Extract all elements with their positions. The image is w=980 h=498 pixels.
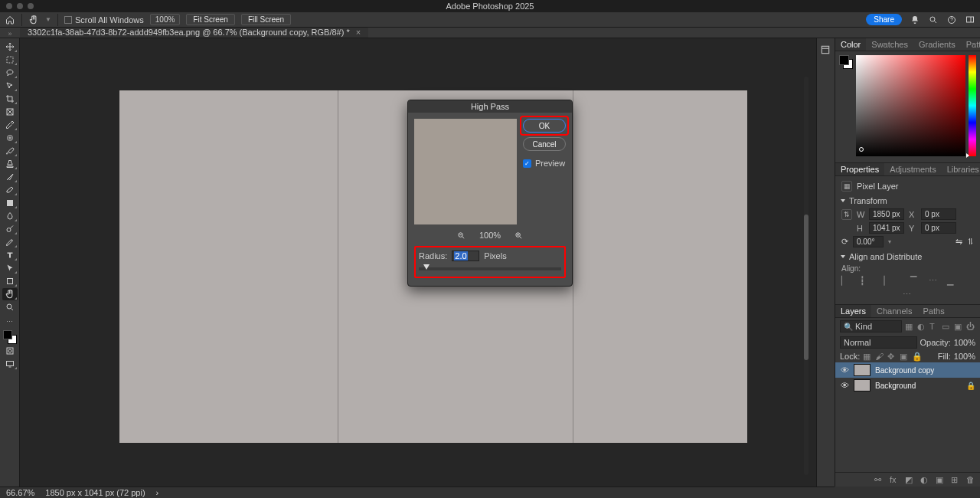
frame-tool[interactable]: [2, 106, 18, 118]
adjustment-layer-icon[interactable]: ◐: [920, 475, 929, 484]
y-field[interactable]: 0 px: [921, 222, 956, 234]
group-icon[interactable]: ▣: [936, 475, 945, 484]
window-controls[interactable]: [6, 3, 34, 9]
align-bottom-icon[interactable]: ▁: [947, 276, 958, 287]
lock-all-icon[interactable]: 🔒: [912, 352, 921, 361]
filter-smart-icon[interactable]: ▣: [954, 322, 963, 331]
notifications-icon[interactable]: [910, 15, 920, 25]
shape-tool[interactable]: [2, 275, 18, 287]
align-top-icon[interactable]: ▔: [910, 276, 921, 287]
lock-nest-icon[interactable]: ▣: [900, 352, 909, 361]
align-left-icon[interactable]: ▏: [841, 276, 852, 287]
eraser-tool[interactable]: [2, 184, 18, 196]
screen-mode-icon[interactable]: [2, 358, 18, 370]
brush-tool[interactable]: [2, 145, 18, 157]
hand-tool[interactable]: [2, 288, 18, 300]
filter-toggle-icon[interactable]: ⏻: [966, 322, 975, 331]
layer-thumbnail[interactable]: [854, 379, 871, 392]
zoom-tool[interactable]: [2, 301, 18, 313]
height-field[interactable]: 1041 px: [869, 222, 904, 234]
flip-v-icon[interactable]: ⥮: [967, 237, 974, 247]
tab-layers[interactable]: Layers: [835, 305, 871, 317]
move-tool[interactable]: [2, 41, 18, 53]
tab-properties[interactable]: Properties: [835, 163, 884, 175]
lock-pos-icon[interactable]: ✥: [887, 352, 897, 361]
history-brush-tool[interactable]: [2, 171, 18, 183]
new-layer-icon[interactable]: ⊞: [951, 475, 960, 484]
blend-mode-select[interactable]: Normal: [840, 336, 917, 349]
fill-value[interactable]: 100%: [954, 352, 975, 361]
foreground-background-swatch[interactable]: [3, 330, 17, 344]
edit-toolbar[interactable]: ⋯: [2, 316, 18, 328]
layer-thumbnail[interactable]: [854, 364, 871, 376]
path-select-tool[interactable]: [2, 262, 18, 274]
fit-screen-button[interactable]: Fit Screen: [186, 14, 235, 25]
quick-mask-icon[interactable]: [2, 345, 18, 357]
filter-shape-icon[interactable]: ▭: [942, 322, 951, 331]
tab-color[interactable]: Color: [835, 38, 866, 51]
layer-name[interactable]: Background: [875, 382, 916, 390]
status-dims[interactable]: 1850 px x 1041 px (72 ppi): [45, 488, 145, 497]
fill-screen-button[interactable]: Fill Screen: [241, 14, 291, 25]
hand-tool-icon[interactable]: [28, 15, 39, 25]
align-section[interactable]: Align and Distribute: [841, 252, 974, 261]
layer-item[interactable]: 👁 Background 🔒: [835, 378, 980, 393]
type-tool[interactable]: [2, 249, 18, 261]
dialog-preview[interactable]: [414, 119, 517, 224]
lock-trans-icon[interactable]: ▦: [863, 352, 872, 361]
width-field[interactable]: 1850 px: [869, 208, 904, 220]
search-icon[interactable]: [928, 15, 939, 25]
blur-tool[interactable]: [2, 210, 18, 222]
vertical-scrollbar[interactable]: [804, 77, 808, 475]
tab-patterns[interactable]: Patterns: [961, 38, 980, 51]
hue-slider[interactable]: [969, 55, 976, 156]
opacity-value[interactable]: 100%: [954, 338, 975, 347]
align-right-icon[interactable]: ▕: [878, 276, 889, 287]
radius-input[interactable]: 2.0: [452, 251, 479, 261]
document-tab[interactable]: 3302c1fa-38ab-47d3-8b72-addd949fb3ea.png…: [20, 27, 368, 38]
close-window-icon[interactable]: [6, 3, 12, 9]
filter-adjust-icon[interactable]: ◐: [917, 322, 926, 331]
align-hcenter-icon[interactable]: ┇: [860, 276, 871, 287]
layer-fx-icon[interactable]: fx: [890, 475, 899, 484]
history-panel-icon[interactable]: [820, 44, 832, 57]
tab-adjustments[interactable]: Adjustments: [884, 163, 942, 175]
quick-select-tool[interactable]: [2, 80, 18, 92]
home-icon[interactable]: [5, 15, 15, 25]
help-icon[interactable]: [946, 15, 957, 25]
status-zoom[interactable]: 66.67%: [6, 488, 34, 497]
lock-paint-icon[interactable]: 🖌: [875, 352, 884, 361]
link-wh-icon[interactable]: ⇅: [841, 209, 852, 220]
preview-checkbox[interactable]: ✓Preview: [523, 159, 566, 168]
zoom-out-icon[interactable]: [457, 231, 466, 240]
visibility-icon[interactable]: 👁: [840, 381, 849, 390]
maximize-window-icon[interactable]: [28, 3, 34, 9]
tab-swatches[interactable]: Swatches: [866, 38, 913, 51]
radius-slider[interactable]: [419, 267, 561, 270]
color-field[interactable]: [856, 55, 965, 156]
color-swatch-icon[interactable]: [839, 55, 853, 69]
delete-layer-icon[interactable]: 🗑: [966, 475, 975, 484]
marquee-tool[interactable]: [2, 54, 18, 66]
filter-type-icon[interactable]: T: [929, 322, 939, 331]
angle-field[interactable]: 0.00°: [853, 236, 884, 247]
cancel-button[interactable]: Cancel: [523, 137, 566, 151]
align-vcenter-icon[interactable]: ⋯: [929, 276, 939, 287]
flip-h-icon[interactable]: ⇋: [956, 237, 962, 247]
tab-pin-icon[interactable]: »: [0, 30, 20, 38]
more-options-icon[interactable]: ⋯: [841, 290, 974, 300]
x-field[interactable]: 0 px: [921, 208, 956, 220]
tab-paths[interactable]: Paths: [918, 305, 950, 317]
dodge-tool[interactable]: [2, 223, 18, 235]
close-tab-icon[interactable]: ×: [356, 28, 361, 37]
status-more-icon[interactable]: ›: [156, 488, 159, 497]
layer-name[interactable]: Background copy: [875, 366, 934, 375]
transform-section[interactable]: Transform: [841, 196, 974, 205]
layer-item[interactable]: 👁 Background copy: [835, 362, 980, 378]
zoom-in-icon[interactable]: [514, 231, 523, 240]
share-button[interactable]: Share: [866, 14, 902, 25]
zoom-value-field[interactable]: 100%: [150, 14, 181, 25]
tab-libraries[interactable]: Libraries: [942, 163, 980, 175]
stamp-tool[interactable]: [2, 158, 18, 170]
pen-tool[interactable]: [2, 236, 18, 248]
